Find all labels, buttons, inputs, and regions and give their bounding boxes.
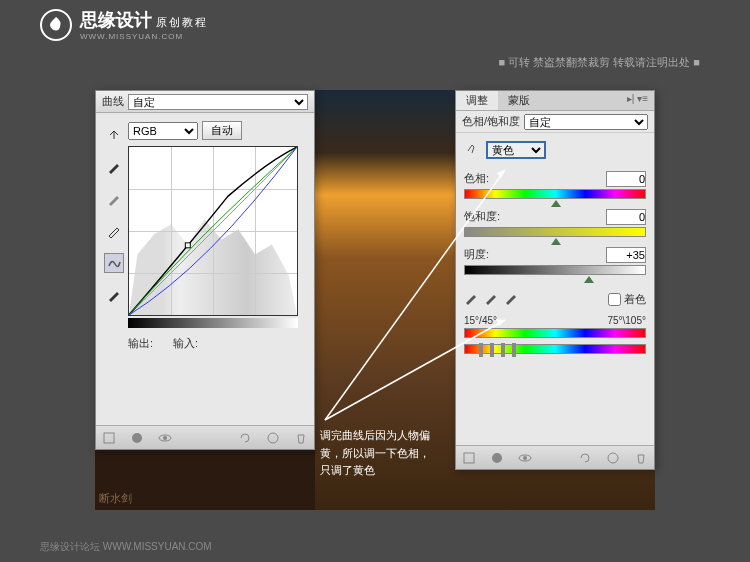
svg-point-6 — [268, 433, 278, 443]
colorize-label: 着色 — [624, 292, 646, 307]
sat-label: 饱和度: — [464, 209, 500, 225]
trash-icon[interactable] — [634, 451, 648, 465]
sat-input[interactable] — [606, 209, 646, 225]
rainbow-bottom[interactable] — [464, 344, 646, 354]
logo-text: 思缘设计 — [80, 10, 152, 30]
hand-tool-icon[interactable] — [104, 125, 124, 145]
light-label: 明度: — [464, 247, 489, 263]
svg-point-8 — [492, 453, 502, 463]
eyedropper-gray-icon[interactable] — [104, 189, 124, 209]
curves-preset-select[interactable]: 自定 — [128, 94, 308, 110]
clip-icon[interactable] — [462, 451, 476, 465]
hue-input[interactable] — [606, 171, 646, 187]
curves-title: 曲线 — [102, 94, 124, 109]
tab-adjust[interactable]: 调整 — [456, 91, 498, 110]
channel-select[interactable]: RGB — [128, 122, 198, 140]
eyedropper-icon[interactable] — [464, 291, 478, 307]
eyedropper-minus-icon[interactable] — [504, 291, 518, 307]
svg-rect-1 — [185, 243, 190, 248]
view-icon[interactable] — [490, 451, 504, 465]
logo: 思缘设计原创教程 WWW.MISSYUAN.COM — [40, 8, 208, 41]
footer-text: 思缘设计论坛 WWW.MISSYUAN.COM — [40, 540, 212, 554]
eyedropper-black-icon[interactable] — [104, 157, 124, 177]
svg-point-11 — [608, 453, 618, 463]
reset-icon[interactable] — [238, 431, 252, 445]
eye-icon[interactable] — [158, 431, 172, 445]
svg-line-0 — [129, 147, 297, 315]
hsl-footer — [456, 445, 654, 469]
sat-slider[interactable] — [464, 227, 646, 237]
pencil-tool-icon[interactable] — [104, 285, 124, 305]
hsl-header: 色相/饱和度 自定 — [456, 111, 654, 133]
light-input[interactable] — [606, 247, 646, 263]
eyedropper-plus-icon[interactable] — [484, 291, 498, 307]
range-left: 15°/45° — [464, 315, 497, 326]
curve-tool-icon[interactable] — [104, 253, 124, 273]
hsl-panel: 调整 蒙版 ▸| ▾≡ 色相/饱和度 自定 黄色 色相: 饱和度: 明度: — [455, 90, 655, 470]
light-slider[interactable] — [464, 265, 646, 275]
colorize-checkbox[interactable] — [608, 293, 621, 306]
view-icon[interactable] — [130, 431, 144, 445]
curves-panel: 曲线 自定 RGB 自动 — [95, 90, 315, 450]
curves-header: 曲线 自定 — [96, 91, 314, 113]
tab-collapse-icon[interactable]: ▸| ▾≡ — [621, 91, 654, 110]
eyedropper-white-icon[interactable] — [104, 221, 124, 241]
trash-icon[interactable] — [294, 431, 308, 445]
color-range-select[interactable]: 黄色 — [486, 141, 546, 159]
curve-graph[interactable] — [128, 146, 298, 316]
rainbow-top — [464, 328, 646, 338]
tab-mask[interactable]: 蒙版 — [498, 91, 540, 110]
hue-slider[interactable] — [464, 189, 646, 199]
auto-button[interactable]: 自动 — [202, 121, 242, 140]
annotation-text: 调完曲线后因为人物偏黄，所以调一下色相，只调了黄色 — [320, 427, 440, 480]
header-copyright: ■ 可转 禁盗禁翻禁裁剪 转载请注明出处 ■ — [498, 55, 700, 70]
hue-label: 色相: — [464, 171, 489, 187]
svg-rect-2 — [104, 433, 114, 443]
panel-tabs: 调整 蒙版 ▸| ▾≡ — [456, 91, 654, 111]
output-label: 输出: — [128, 336, 153, 351]
prev-icon[interactable] — [266, 431, 280, 445]
range-right: 75°\105° — [607, 315, 646, 326]
svg-point-10 — [523, 456, 527, 460]
logo-icon — [40, 9, 72, 41]
watermark: 断水剑 — [99, 491, 132, 506]
clip-icon[interactable] — [102, 431, 116, 445]
workspace: 曲线 自定 RGB 自动 — [95, 90, 655, 510]
svg-rect-7 — [464, 453, 474, 463]
curves-footer — [96, 425, 314, 449]
finger-tool-icon[interactable] — [464, 141, 480, 159]
hsl-title: 色相/饱和度 — [462, 114, 520, 129]
reset-icon[interactable] — [578, 451, 592, 465]
gradient-strip — [128, 318, 298, 328]
prev-icon[interactable] — [606, 451, 620, 465]
eye-icon[interactable] — [518, 451, 532, 465]
logo-url: WWW.MISSYUAN.COM — [80, 32, 208, 41]
input-label: 输入: — [173, 336, 198, 351]
svg-point-3 — [132, 433, 142, 443]
hsl-preset-select[interactable]: 自定 — [524, 114, 648, 130]
logo-subtitle: 原创教程 — [156, 16, 208, 28]
svg-point-5 — [163, 436, 167, 440]
